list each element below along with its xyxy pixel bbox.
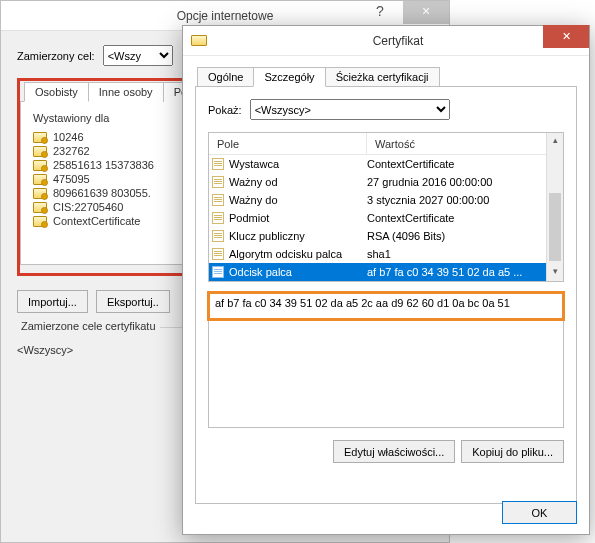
- intended-purpose-select[interactable]: <Wszy: [103, 45, 173, 66]
- table-row[interactable]: Algorytm odcisku palca sha1: [209, 245, 546, 263]
- scrollbar[interactable]: ▴ ▾: [546, 133, 563, 281]
- titlebar[interactable]: Certyfikat ✕: [183, 26, 589, 56]
- table-row[interactable]: Wystawca ContextCertificate: [209, 155, 546, 173]
- window-title: Certyfikat: [207, 34, 589, 48]
- certificate-icon: [33, 216, 47, 227]
- copy-to-file-button[interactable]: Kopiuj do pliku...: [461, 440, 564, 463]
- window-title: Opcje internetowe: [177, 9, 274, 23]
- certificate-icon: [191, 35, 207, 46]
- column-value[interactable]: Wartość: [367, 133, 563, 154]
- edit-properties-button[interactable]: Edytuj właściwości...: [333, 440, 455, 463]
- column-field[interactable]: Pole: [209, 133, 367, 154]
- thumbprint-value: af b7 fa c0 34 39 51 02 da a5 2c aa d9 6…: [215, 297, 510, 309]
- help-icon[interactable]: ?: [357, 1, 403, 24]
- tab-other-people[interactable]: Inne osoby: [88, 82, 164, 102]
- certificate-icon: [33, 202, 47, 213]
- certificate-icon: [33, 188, 47, 199]
- tab-general[interactable]: Ogólne: [197, 67, 254, 87]
- scroll-up-icon[interactable]: ▴: [547, 133, 563, 150]
- field-icon: [212, 248, 224, 260]
- intended-purposes-label: Zamierzone cele certyfikatu: [17, 320, 160, 332]
- field-icon: [212, 266, 224, 278]
- import-button[interactable]: Importuj...: [17, 290, 88, 313]
- certificate-icon: [33, 160, 47, 171]
- table-row[interactable]: Ważny do 3 stycznia 2027 00:00:00: [209, 191, 546, 209]
- certificate-tabs: Ogólne Szczegóły Ścieżka certyfikacji: [195, 67, 577, 87]
- tab-details[interactable]: Szczegóły: [253, 67, 325, 87]
- field-icon: [212, 194, 224, 206]
- scroll-thumb[interactable]: [549, 193, 561, 261]
- table-row[interactable]: Klucz publiczny RSA (4096 Bits): [209, 227, 546, 245]
- export-button[interactable]: Eksportuj..: [96, 290, 170, 313]
- certificate-window: Certyfikat ✕ Ogólne Szczegóły Ścieżka ce…: [182, 25, 590, 535]
- table-row[interactable]: Odcisk palca af b7 fa c0 34 39 51 02 da …: [209, 263, 546, 281]
- field-icon: [212, 212, 224, 224]
- tab-personal[interactable]: Osobisty: [24, 82, 89, 102]
- scroll-down-icon[interactable]: ▾: [547, 264, 563, 281]
- tab-certification-path[interactable]: Ścieżka certyfikacji: [325, 67, 440, 87]
- field-icon: [212, 230, 224, 242]
- close-icon[interactable]: ×: [403, 1, 449, 24]
- field-icon: [212, 158, 224, 170]
- intended-purpose-label: Zamierzony cel:: [17, 50, 95, 62]
- table-row[interactable]: Ważny od 27 grudnia 2016 00:00:00: [209, 173, 546, 191]
- field-detail-box[interactable]: af b7 fa c0 34 39 51 02 da a5 2c aa d9 6…: [208, 292, 564, 428]
- certificate-icon: [33, 132, 47, 143]
- fields-table: Pole Wartość Wystawca ContextCertificate…: [208, 132, 564, 282]
- certificate-icon: [33, 174, 47, 185]
- show-select[interactable]: <Wszyscy>: [250, 99, 450, 120]
- show-label: Pokaż:: [208, 104, 242, 116]
- certificate-icon: [33, 146, 47, 157]
- close-icon[interactable]: ✕: [543, 25, 589, 48]
- field-icon: [212, 176, 224, 188]
- ok-button[interactable]: OK: [502, 501, 577, 524]
- table-row[interactable]: Podmiot ContextCertificate: [209, 209, 546, 227]
